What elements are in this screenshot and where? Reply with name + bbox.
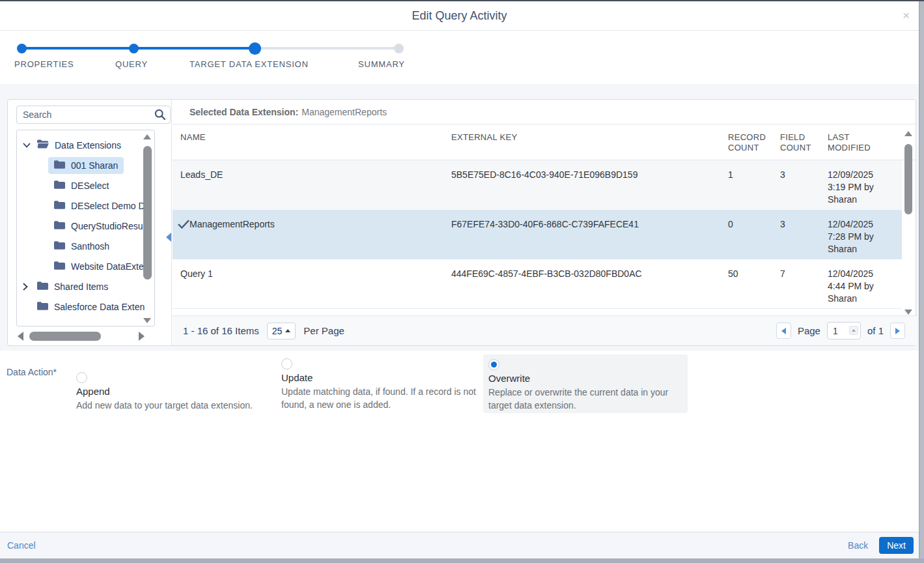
tree-item-deselect[interactable]: DESelect [17,175,154,195]
folder-icon [54,160,65,171]
cell-field-count: 3 [780,218,819,231]
selected-data-extension-label: Selected Data Extension: [189,107,298,117]
next-button[interactable]: Next [879,537,914,554]
collapse-panel-icon[interactable] [166,233,171,242]
overwrite-radio[interactable] [488,359,499,370]
column-header-last-modified[interactable]: LAST MODIFIED [828,132,893,153]
data-action-append[interactable]: Append Add new data to your target data … [76,372,272,412]
tree-item-data-extensions[interactable]: Data Extensions [17,135,154,155]
cell-record-count: 50 [728,268,768,280]
edit-query-activity-modal: Edit Query Activity × PROPERTIES QUERY T… [0,1,919,558]
step-label-properties[interactable]: PROPERTIES [14,59,74,69]
open-folder-icon [37,139,49,151]
folder-icon [54,221,65,231]
tree-item-label: QueryStudioResu [71,221,143,231]
page-label: Page [798,325,820,336]
scroll-down-icon[interactable] [904,310,912,315]
column-header-name[interactable]: NAME [180,132,441,143]
chevron-right-icon[interactable] [23,283,31,291]
items-count-text: 1 - 16 of 16 Items [183,325,259,336]
cell-external-key: F67EFE74-33D0-40F6-868C-C739FAFECE41 [451,218,718,231]
update-label: Update [281,372,481,383]
scroll-down-icon[interactable] [143,318,151,323]
table-row[interactable]: Query 1 444FE69C-4857-4EBF-B3CB-032D80FB… [173,259,902,309]
tree-item-001-sharan[interactable]: 001 Sharan [17,155,154,175]
back-button[interactable]: Back [848,540,868,551]
folder-tree: Data Extensions 001 Sharan DESelect [16,130,155,326]
column-header-field-count[interactable]: FIELD COUNT [780,132,819,153]
step-dot-query[interactable] [129,44,139,53]
selected-data-extension-bar: Selected Data Extension: ManagementRepor… [173,100,917,124]
cell-last-modified: 12/09/2025 3:19 PM by Sharan [828,169,893,206]
update-radio[interactable] [281,358,292,369]
folder-icon [54,180,65,191]
step-label-summary[interactable]: SUMMARY [358,59,405,69]
pagination-bar: 1 - 16 of 16 Items 25 Per Page Page of 1 [173,315,917,345]
page-behind-right-edge [919,1,924,563]
table-row-selected[interactable]: ManagementReports F67EFE74-33D0-40F6-868… [173,210,902,259]
tree-item-website-dataextensions[interactable]: Website DataExte [17,256,154,276]
data-action-label: Data Action* [7,367,57,377]
append-radio[interactable] [76,372,87,383]
modal-footer: Cancel Back Next [0,532,919,558]
tree-item-deselect-demo[interactable]: DESelect Demo D [17,195,154,216]
search-input[interactable] [16,106,171,124]
scroll-up-icon[interactable] [904,131,912,136]
tree-horizontal-scrollbar[interactable] [16,330,146,342]
column-header-external-key[interactable]: EXTERNAL KEY [451,132,718,143]
tree-item-santhosh[interactable]: Santhosh [17,236,154,256]
folder-icon [54,241,65,252]
cell-external-key: 5B5E75ED-8C16-4C03-940E-71E096B9D159 [451,169,718,181]
chevron-down-icon[interactable] [23,143,31,148]
window-top-edge [0,0,924,1]
cell-field-count: 7 [780,268,819,280]
scroll-left-icon[interactable] [18,332,23,341]
column-header-record-count[interactable]: RECORD COUNT [728,132,768,153]
scrollbar-thumb[interactable] [143,146,152,280]
folder-icon [54,261,65,272]
data-action-update[interactable]: Update Update matching data, if found. I… [281,358,481,411]
append-description: Add new data to your target data extensi… [76,399,272,412]
cell-name: ManagementReports [189,218,450,231]
close-icon[interactable]: × [903,8,910,23]
tree-item-label: Shared Items [54,282,108,292]
step-dot-target-data-extension[interactable] [249,42,261,55]
cell-name: Query 1 [180,268,441,280]
page-stepper-up[interactable] [849,326,858,335]
stepper-line-upcoming [255,47,399,50]
data-action-overwrite[interactable]: Overwrite Replace or overwrite the curre… [483,354,688,413]
tree-item-label: DESelect [71,180,109,191]
per-page-value: 25 [272,326,283,336]
tree-vertical-scrollbar[interactable] [143,132,152,325]
per-page-select[interactable]: 25 [267,323,296,339]
scroll-up-icon[interactable] [143,134,151,139]
update-description: Update matching data, if found. If a rec… [281,385,481,411]
tree-item-querystudioresults[interactable]: QueryStudioResu [17,216,154,236]
page-of-text: of 1 [867,325,884,336]
per-page-label: Per Page [303,325,344,336]
next-page-button[interactable] [890,323,905,339]
tree-item-salesforce-data-extensions[interactable]: Salesforce Data Exten [17,296,154,317]
cell-last-modified: 12/04/2025 7:28 PM by Sharan [828,218,893,255]
previous-page-button[interactable] [776,323,791,339]
tree-item-label: Data Extensions [55,140,121,151]
step-label-target-data-extension[interactable]: TARGET DATA EXTENSION [189,59,309,69]
search-icon[interactable] [154,109,166,123]
cell-field-count: 3 [780,169,819,181]
step-dot-summary[interactable] [394,44,404,53]
table-vertical-scrollbar[interactable] [903,131,914,315]
table-row[interactable]: Leads_DE 5B5E75ED-8C16-4C03-940E-71E096B… [173,160,902,210]
data-extension-table-panel: Selected Data Extension: ManagementRepor… [173,100,917,345]
scrollbar-thumb[interactable] [29,332,101,341]
wizard-stepper: PROPERTIES QUERY TARGET DATA EXTENSION S… [0,31,919,85]
step-label-query[interactable]: QUERY [115,59,148,69]
tree-item-label: Website DataExte [71,261,144,272]
step-dot-properties[interactable] [17,44,27,53]
tree-item-label: 001 Sharan [71,160,118,171]
modal-header: Edit Query Activity × [0,1,919,31]
selected-data-extension-value: ManagementReports [301,107,387,117]
scrollbar-thumb[interactable] [904,144,912,214]
tree-item-shared-items[interactable]: Shared Items [17,276,154,296]
cancel-button[interactable]: Cancel [7,540,36,551]
scroll-right-icon[interactable] [139,332,145,341]
